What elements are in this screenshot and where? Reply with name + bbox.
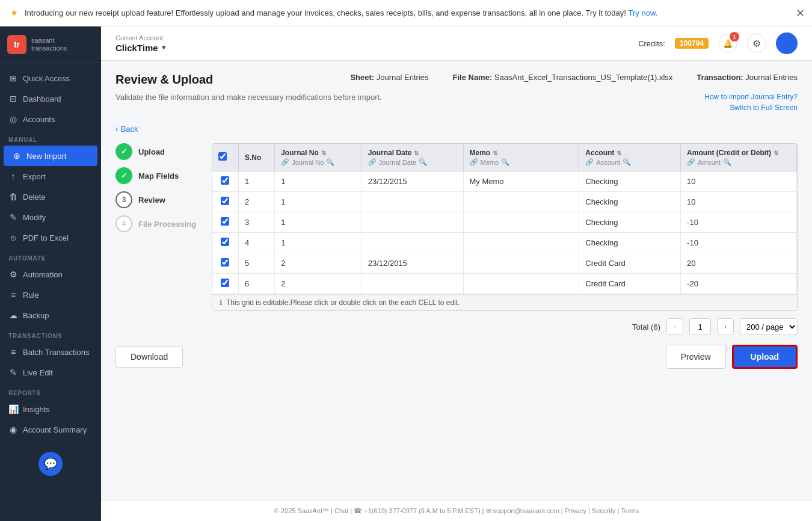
sidebar-item-dashboard[interactable]: ⊟ Dashboard	[0, 88, 101, 109]
cell-amount[interactable]: -10	[681, 233, 797, 253]
sidebar-item-backup[interactable]: ☁ Backup	[0, 305, 101, 325]
sidebar-item-account-summary[interactable]: ◉ Account Summary	[0, 419, 101, 440]
account-name-dropdown[interactable]: ClickTime ▾	[115, 43, 165, 53]
row-checkbox[interactable]	[221, 197, 229, 205]
sidebar-item-new-import[interactable]: ⊕ New Import	[4, 146, 97, 166]
close-icon[interactable]: ✕	[796, 7, 805, 20]
sidebar-item-export[interactable]: ↑ Export	[0, 166, 101, 187]
cell-memo[interactable]	[463, 192, 579, 212]
cell-account[interactable]: Credit Card	[579, 274, 681, 294]
preview-button[interactable]: Preview	[666, 345, 726, 369]
table-footer-note: ℹ This grid is editable.Please click or …	[212, 294, 797, 310]
step-circle-map: ✓	[115, 167, 132, 184]
th-checkbox	[212, 144, 238, 171]
cell-memo[interactable]	[463, 253, 579, 274]
sidebar-item-pdf-to-excel[interactable]: ⎋ PDF to Excel	[0, 227, 101, 248]
cell-account[interactable]: Checking	[579, 212, 681, 233]
cell-memo[interactable]: My Memo	[463, 171, 579, 192]
row-checkbox-cell[interactable]	[212, 233, 238, 253]
download-button[interactable]: Download	[115, 346, 183, 368]
settings-button[interactable]: ⚙	[747, 34, 766, 53]
cell-amount[interactable]: 10	[681, 192, 797, 212]
cell-journal-no[interactable]: 1	[275, 192, 362, 212]
notification-button[interactable]: 🔔 1	[718, 34, 737, 53]
cell-journal-date[interactable]	[361, 192, 463, 212]
help-link-journal[interactable]: How to import Journal Entry?	[704, 93, 798, 101]
row-checkbox-cell[interactable]	[212, 253, 238, 274]
step-upload: ✓ Upload	[115, 143, 200, 160]
cell-journal-no[interactable]: 1	[275, 171, 362, 192]
cell-amount[interactable]: -10	[681, 212, 797, 233]
cell-memo[interactable]	[463, 274, 579, 294]
sidebar-item-live-edit[interactable]: ✎ Live Edit	[0, 362, 101, 383]
cell-journal-date[interactable]	[361, 274, 463, 294]
sidebar-item-label: Quick Access	[23, 74, 70, 83]
account-summary-icon: ◉	[8, 425, 18, 434]
row-checkbox[interactable]	[221, 279, 229, 287]
cell-account[interactable]: Checking	[579, 233, 681, 253]
row-checkbox-cell[interactable]	[212, 212, 238, 233]
sidebar: tr saasant transactions ⊞ Quick Access ⊟…	[0, 26, 101, 521]
row-checkbox-cell[interactable]	[212, 274, 238, 294]
cell-journal-no[interactable]: 1	[275, 212, 362, 233]
step-review: 3 Review	[115, 191, 200, 208]
cell-journal-no[interactable]: 1	[275, 233, 362, 253]
sidebar-item-label: Modify	[23, 213, 46, 222]
table-row: 6 2 Credit Card -20	[212, 274, 797, 294]
fullscreen-link[interactable]: Switch to Full Screen	[730, 103, 798, 112]
batch-icon: ≡	[8, 347, 18, 357]
table-scroll[interactable]: S.No Journal No ⇅ 🔗 Journal No 🔍	[212, 144, 797, 294]
back-button[interactable]: ‹ Back	[115, 124, 138, 134]
sidebar-item-accounts[interactable]: ◎ Accounts	[0, 109, 101, 129]
row-checkbox-cell[interactable]	[212, 171, 238, 192]
page-title: Review & Upload	[115, 73, 213, 87]
cell-sno: 5	[238, 253, 274, 274]
action-buttons-row: Download Preview Upload	[115, 345, 798, 369]
cell-amount[interactable]: 20	[681, 253, 797, 274]
per-page-select[interactable]: 200 / page 100 / page 50 / page	[740, 318, 798, 335]
banner-link[interactable]: Try now.	[629, 8, 658, 17]
step-label-upload: Upload	[138, 147, 165, 156]
row-checkbox[interactable]	[221, 176, 229, 185]
data-table-wrapper: S.No Journal No ⇅ 🔗 Journal No 🔍	[212, 143, 798, 311]
current-account-label: Current Account	[115, 34, 165, 42]
cell-account[interactable]: Credit Card	[579, 253, 681, 274]
cell-journal-date[interactable]: 23/12/2015	[361, 171, 463, 192]
chat-bubble[interactable]: 💬	[38, 452, 63, 476]
sidebar-item-rule[interactable]: ≡ Rule	[0, 285, 101, 305]
sidebar-item-batch-transactions[interactable]: ≡ Batch Transactions	[0, 342, 101, 362]
cell-account[interactable]: Checking	[579, 171, 681, 192]
page-number-input[interactable]	[689, 318, 711, 335]
upload-button[interactable]: Upload	[732, 345, 798, 369]
select-all-checkbox[interactable]	[218, 152, 227, 161]
cell-sno: 1	[238, 171, 274, 192]
cell-memo[interactable]	[463, 233, 579, 253]
user-avatar[interactable]	[776, 32, 798, 54]
cell-memo[interactable]	[463, 212, 579, 233]
cell-journal-no[interactable]: 2	[275, 274, 362, 294]
row-checkbox[interactable]	[221, 238, 229, 246]
row-checkbox-cell[interactable]	[212, 192, 238, 212]
cell-journal-date[interactable]: 23/12/2015	[361, 253, 463, 274]
sidebar-item-quick-access[interactable]: ⊞ Quick Access	[0, 68, 101, 88]
cell-journal-no[interactable]: 2	[275, 253, 362, 274]
sidebar-item-insights[interactable]: 📊 Insights	[0, 399, 101, 419]
row-checkbox[interactable]	[221, 217, 229, 226]
sidebar-item-label: Dashboard	[23, 94, 61, 103]
cell-journal-date[interactable]	[361, 212, 463, 233]
row-checkbox[interactable]	[221, 258, 229, 267]
step-label-review: Review	[138, 196, 165, 205]
banner-text: Introducing our new receipt upload featu…	[25, 8, 802, 17]
sidebar-item-modify[interactable]: ✎ Modify	[0, 207, 101, 227]
delete-icon: 🗑	[8, 192, 18, 202]
cell-account[interactable]: Checking	[579, 192, 681, 212]
cell-journal-date[interactable]	[361, 233, 463, 253]
prev-page-button[interactable]: ‹	[666, 318, 683, 335]
header-right: Credits: 100794 🔔 1 ⚙	[638, 32, 798, 54]
sidebar-item-label: Rule	[23, 291, 39, 300]
cell-amount[interactable]: 10	[681, 171, 797, 192]
sidebar-item-delete[interactable]: 🗑 Delete	[0, 187, 101, 207]
cell-amount[interactable]: -20	[681, 274, 797, 294]
next-page-button[interactable]: ›	[717, 318, 734, 335]
sidebar-item-automation[interactable]: ⚙ Automation	[0, 264, 101, 285]
